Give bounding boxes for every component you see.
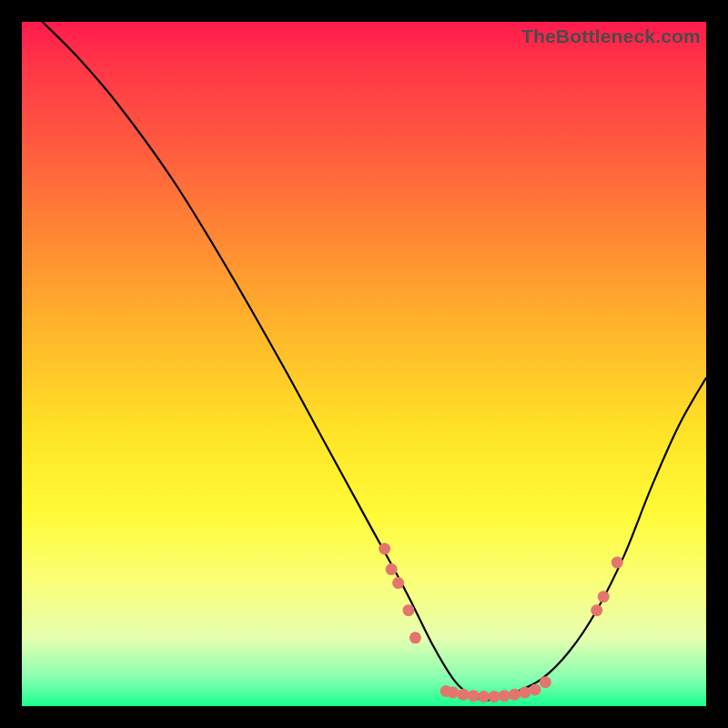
scatter-point (591, 604, 602, 616)
scatter-point (386, 563, 398, 575)
scatter-point (530, 684, 541, 696)
chart-svg (22, 22, 706, 706)
scatter-point (447, 687, 459, 699)
scatter-point (410, 632, 421, 643)
scatter-point (402, 604, 414, 616)
scatter-point (598, 591, 610, 602)
scatter-point (458, 689, 470, 701)
scatter-point (478, 691, 490, 703)
scatter-point (379, 543, 390, 555)
plot-area: TheBottleneck.com (22, 22, 706, 706)
scatter-group (379, 543, 623, 703)
scatter-point (540, 676, 551, 688)
scatter-point (612, 557, 623, 569)
scatter-point (392, 577, 404, 589)
scatter-point (468, 690, 480, 702)
scatter-point (499, 690, 511, 702)
scatter-point (488, 691, 500, 703)
scatter-point (509, 689, 521, 701)
scatter-point (519, 687, 531, 699)
